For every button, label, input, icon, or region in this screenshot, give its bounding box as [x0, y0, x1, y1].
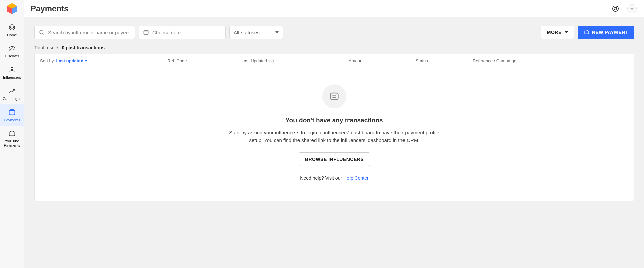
- sidebar: Home Discover Influencers Campaigns: [0, 0, 24, 268]
- col-ref-code: Ref. Code: [167, 58, 241, 63]
- target-icon: [8, 24, 16, 31]
- filters-row: All statuses MORE NEW PAYMENT: [34, 26, 634, 39]
- sidebar-item-payments[interactable]: Payments: [0, 104, 24, 126]
- lifebuoy-icon[interactable]: [612, 5, 619, 12]
- svg-rect-25: [330, 93, 338, 100]
- svg-rect-20: [144, 31, 148, 35]
- col-last-updated-label: Last Updated: [241, 58, 267, 63]
- date-input-wrap[interactable]: [139, 26, 226, 39]
- chevron-down-icon: [275, 31, 279, 33]
- sidebar-item-label: Campaigns: [3, 97, 21, 101]
- avatar-initials: vv: [630, 7, 634, 10]
- col-reference-campaign: Reference / Campaign: [473, 58, 629, 63]
- empty-state-title: You don't have any transactions: [285, 117, 383, 124]
- svg-line-19: [43, 33, 44, 35]
- help-line: Need help? Visit our Help Center: [300, 175, 368, 181]
- sort-by-dropdown[interactable]: Last updated: [56, 58, 87, 63]
- browse-influencers-button[interactable]: BROWSE INFLUENCERS: [299, 152, 370, 166]
- results-total-label: Total results:: [34, 45, 62, 50]
- sidebar-item-label: Payments: [4, 118, 20, 122]
- sidebar-item-home[interactable]: Home: [0, 19, 24, 41]
- avatar[interactable]: vv: [627, 4, 637, 13]
- sidebar-item-campaigns[interactable]: Campaigns: [0, 83, 24, 104]
- svg-point-13: [614, 7, 616, 10]
- empty-state-description: Start by asking your influencers to logi…: [227, 129, 442, 144]
- help-prefix: Need help? Visit our: [300, 175, 343, 181]
- chevron-down-icon: [565, 31, 568, 33]
- briefcase-icon: [584, 29, 589, 36]
- sidebar-item-influencers[interactable]: Influencers: [0, 62, 24, 83]
- payments-panel: Sort by: Last updated Ref. Code Last Upd…: [34, 54, 634, 201]
- calendar-icon: [143, 29, 149, 35]
- svg-point-18: [40, 30, 43, 34]
- sidebar-item-youtube-payments[interactable]: YouTube Payments: [0, 126, 24, 151]
- wallet-icon: [8, 108, 16, 116]
- col-status: Status: [416, 58, 473, 63]
- sidebar-item-label: YouTube Payments: [0, 139, 24, 148]
- svg-rect-11: [9, 132, 15, 136]
- search-icon: [39, 29, 45, 35]
- sidebar-item-discover[interactable]: Discover: [0, 41, 24, 62]
- eye-off-icon: [8, 45, 16, 52]
- col-last-updated: Last Updated ?: [241, 58, 348, 63]
- results-summary: Total results: 0 past transactions: [34, 45, 634, 50]
- svg-point-9: [11, 68, 13, 70]
- help-tooltip-icon[interactable]: ?: [269, 59, 274, 63]
- new-payment-button[interactable]: NEW PAYMENT: [578, 26, 634, 39]
- browse-influencers-label: BROWSE INFLUENCERS: [305, 157, 364, 162]
- chart-line-icon: [8, 87, 16, 95]
- help-center-link[interactable]: Help Center: [343, 175, 369, 181]
- wallet-icon: [8, 130, 16, 137]
- sidebar-item-label: Influencers: [3, 75, 21, 80]
- new-payment-button-label: NEW PAYMENT: [592, 30, 628, 35]
- status-select[interactable]: All statuses: [229, 26, 283, 39]
- table-header: Sort by: Last updated Ref. Code Last Upd…: [35, 54, 634, 68]
- search-input[interactable]: [48, 30, 130, 35]
- page-title: Payments: [31, 4, 68, 13]
- sidebar-item-label: Home: [7, 33, 17, 37]
- search-input-wrap[interactable]: [34, 26, 135, 39]
- content: All statuses MORE NEW PAYMENT Total resu…: [24, 17, 644, 268]
- results-total-value: 0 past transactions: [62, 45, 105, 50]
- main-area: Payments vv: [24, 0, 644, 268]
- svg-rect-24: [585, 31, 589, 34]
- header: Payments vv: [24, 0, 644, 17]
- sort-by-value: Last updated: [56, 58, 83, 63]
- sort-by-label: Sort by:: [40, 58, 56, 63]
- status-select-label: All statuses: [234, 30, 260, 35]
- empty-state-icon: [322, 84, 346, 108]
- svg-rect-10: [9, 110, 15, 115]
- date-input[interactable]: [152, 30, 221, 35]
- more-button[interactable]: MORE: [541, 26, 574, 39]
- svg-point-5: [10, 26, 13, 29]
- more-button-label: MORE: [547, 30, 562, 35]
- chevron-down-icon: [85, 60, 87, 62]
- person-icon: [8, 66, 16, 73]
- col-amount: Amount: [348, 58, 416, 63]
- sidebar-item-label: Discover: [5, 54, 19, 58]
- empty-state: You don't have any transactions Start by…: [35, 68, 634, 201]
- col-sort: Sort by: Last updated: [40, 58, 167, 63]
- logo: [6, 3, 18, 15]
